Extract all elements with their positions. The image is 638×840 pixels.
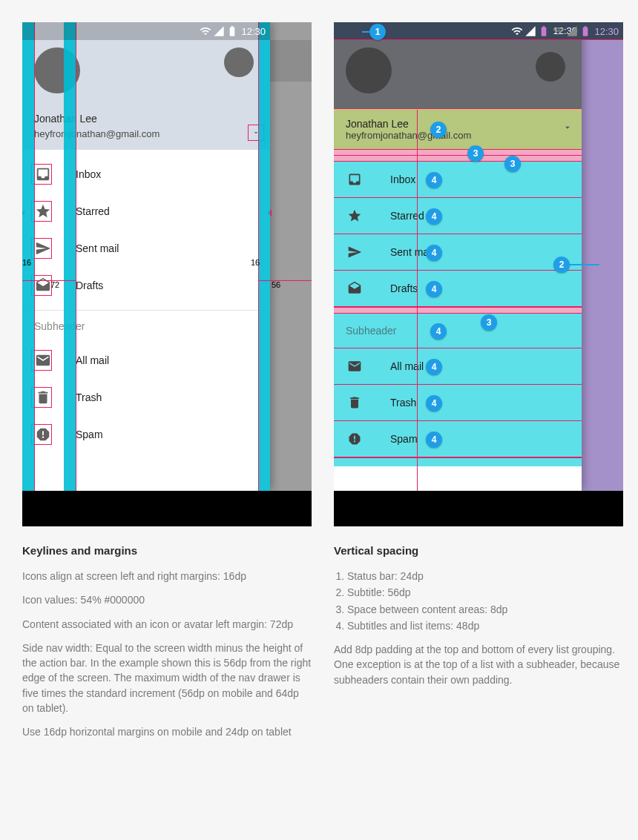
spacer-8dp <box>334 307 582 313</box>
drafts-icon <box>34 277 52 294</box>
spam-icon <box>346 430 364 448</box>
dim-bar <box>258 280 312 281</box>
spam-icon <box>34 426 52 443</box>
send-icon <box>346 243 364 261</box>
wifi-icon <box>553 25 565 37</box>
nav-inbox[interactable]: Inbox 4 <box>334 161 582 198</box>
star-icon <box>346 207 364 225</box>
device-vertical-spacing: 12:30 Jonathan Lee heyfromjonathan@gmail… <box>334 22 623 526</box>
guide-line <box>258 22 259 491</box>
callout-4: 4 <box>426 172 442 188</box>
nav-sent[interactable]: Sent mail <box>22 230 270 267</box>
caption-title: Keylines and margins <box>22 544 312 557</box>
dim-16: 16 <box>22 258 31 267</box>
signal-icon <box>213 25 225 37</box>
star-icon <box>34 202 52 220</box>
battery-icon <box>579 25 591 37</box>
guide-line <box>417 110 418 491</box>
avatar-secondary[interactable] <box>224 47 254 77</box>
subheader: Subheader <box>22 311 270 342</box>
dim-bar <box>22 280 76 281</box>
callout-4: 4 <box>430 323 447 340</box>
dim-56: 56 <box>272 280 280 289</box>
spacer-8dp <box>334 150 582 156</box>
battery-icon <box>226 25 238 37</box>
nav-trash[interactable]: Trash 4 <box>334 384 582 421</box>
status-time: 12:30 <box>241 26 266 37</box>
nav-drawer: 12:30 Jonathan Lee heyfromjonathan@gmail… <box>22 22 270 491</box>
mail-icon <box>34 351 52 369</box>
callout-1: 1 <box>369 24 386 40</box>
nav-drafts[interactable]: Drafts 4 <box>334 270 582 307</box>
callout-4: 4 <box>426 359 442 375</box>
callout-4: 4 <box>426 208 442 225</box>
nav-trash[interactable]: Trash <box>22 379 270 416</box>
callout-3: 3 <box>481 314 497 331</box>
battery-icon <box>538 25 550 37</box>
callout-2: 2 <box>553 257 570 273</box>
nav-allmail[interactable]: All mail 4 <box>334 348 582 385</box>
caption-left: Keylines and margins Icons align at scre… <box>22 544 312 740</box>
caption-right: Vertical spacing Status bar: 24dp Subtit… <box>334 544 623 687</box>
inbox-icon <box>34 165 52 183</box>
callout-4: 4 <box>426 395 442 411</box>
callout-4: 4 <box>426 281 442 297</box>
nav-starred[interactable]: Starred 4 <box>334 197 582 234</box>
keyline-72 <box>64 22 76 491</box>
callout-2: 2 <box>430 122 447 138</box>
signal-icon <box>566 25 578 37</box>
nav-inbox[interactable]: Inbox <box>22 156 270 193</box>
status-time: 12:30 <box>594 26 619 37</box>
drawer-subtitle[interactable]: Jonathan Lee heyfromjonathan@gmail.com <box>334 108 582 150</box>
status-bar: 12:30 <box>22 22 270 40</box>
trash-icon <box>346 394 364 411</box>
keyline-drawer-edge <box>258 22 270 491</box>
mail-icon <box>346 357 364 375</box>
chevron-down-icon <box>562 122 573 136</box>
callout-3: 3 <box>467 145 484 162</box>
nav-sent[interactable]: Sent mail 4 <box>334 234 582 271</box>
status-bar-right: 12:30 <box>582 22 623 40</box>
device-keylines: 12:30 Jonathan Lee heyfromjonathan@gmail… <box>22 22 312 526</box>
drawer-header: 12:30 Jonathan Lee heyfromjonathan@gmail… <box>334 22 582 150</box>
keyline-16 <box>22 22 34 491</box>
trash-icon <box>34 388 52 406</box>
avatar[interactable] <box>346 47 392 93</box>
nav-allmail[interactable]: All mail <box>22 342 270 379</box>
avatar-secondary[interactable] <box>536 52 565 82</box>
caption-title: Vertical spacing <box>334 544 623 557</box>
nav-spam[interactable]: Spam 4 <box>334 420 582 457</box>
subheader: Subheader 4 <box>334 313 582 348</box>
dim-72: 72 <box>50 280 59 289</box>
guide-line <box>34 22 35 491</box>
guide-line <box>76 22 76 491</box>
drafts-icon <box>346 280 364 297</box>
nav-spam[interactable]: Spam <box>22 416 270 453</box>
wifi-icon <box>200 25 211 37</box>
send-icon <box>34 239 52 257</box>
callout-4: 4 <box>426 431 442 448</box>
drawer-header: Jonathan Lee heyfromjonathan@gmail.com <box>22 22 270 150</box>
nav-bar-placeholder <box>334 491 623 526</box>
dim-16r: 16 <box>251 258 260 267</box>
signal-icon <box>524 25 536 37</box>
nav-drawer: 12:30 Jonathan Lee heyfromjonathan@gmail… <box>334 22 582 491</box>
nav-starred[interactable]: Starred <box>22 193 270 230</box>
user-email: heyfromjonathan@gmail.com <box>34 128 160 139</box>
callout-3: 3 <box>504 156 521 172</box>
list-bottom <box>334 457 582 466</box>
wifi-icon <box>511 25 523 37</box>
inbox-icon <box>346 171 364 188</box>
nav-bar-placeholder <box>22 491 312 526</box>
callout-4: 4 <box>426 245 442 261</box>
